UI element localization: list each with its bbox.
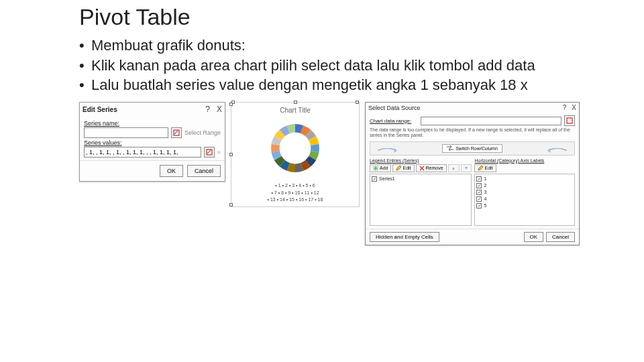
chart-data-range-input[interactable] xyxy=(421,117,561,125)
category-list[interactable]: ✓1✓2✓3✓4✓5 xyxy=(474,174,575,226)
slide-title: Pivot Table xyxy=(79,4,644,30)
hidden-empty-cells-button[interactable]: Hidden and Empty Cells xyxy=(370,232,439,242)
move-down-button: ▼ xyxy=(461,164,472,172)
series-values-input[interactable] xyxy=(84,147,201,158)
range-note: The data range is too complex to be disp… xyxy=(370,127,575,139)
select-data-source-dialog: Select Data Source ? X Chart data range:… xyxy=(365,102,580,245)
list-item[interactable]: ✓2 xyxy=(476,182,573,189)
checkbox-icon[interactable]: ✓ xyxy=(476,176,482,182)
list-item[interactable]: ✓3 xyxy=(476,189,573,196)
range-picker-icon[interactable] xyxy=(204,147,215,158)
legend-entries-header: Legend Entries (Series) xyxy=(370,158,472,163)
bullet-item: Lalu buatlah series value dengan mengeti… xyxy=(79,75,644,95)
checkbox-icon[interactable]: ✓ xyxy=(476,183,482,188)
cancel-button[interactable]: Cancel xyxy=(187,165,221,177)
list-item[interactable]: ✓1 xyxy=(476,176,573,182)
checkbox-icon[interactable]: ✓ xyxy=(476,196,482,202)
svg-rect-0 xyxy=(174,130,179,135)
series-values-hint: = xyxy=(217,149,221,156)
donut-chart xyxy=(234,118,356,178)
edit-button[interactable]: Edit xyxy=(392,164,414,172)
move-up-button: ▲ xyxy=(448,164,460,172)
checkbox-icon[interactable]: ✓ xyxy=(476,190,482,195)
list-item[interactable]: ✓Series1 xyxy=(372,176,470,182)
list-item[interactable]: ✓4 xyxy=(476,196,573,202)
series-values-label: Series values: xyxy=(84,139,221,146)
range-picker-icon[interactable] xyxy=(564,115,575,126)
add-button[interactable]: Add xyxy=(370,164,391,172)
remove-button[interactable]: Remove xyxy=(416,164,447,172)
ok-button[interactable]: OK xyxy=(160,165,183,177)
legend-row: • 7 • 8 • 9 • 10 • 11 • 12 xyxy=(234,190,356,197)
list-item[interactable]: ✓5 xyxy=(476,202,573,209)
close-icon[interactable]: X xyxy=(572,104,576,111)
switch-icon xyxy=(447,145,453,152)
series-name-hint: Select Range xyxy=(184,129,221,136)
chart-legend: • 1 • 2 • 3 • 4 • 5 • 6 • 7 • 8 • 9 • 10… xyxy=(234,182,356,204)
chart-title: Chart Title xyxy=(234,107,356,114)
checkbox-icon[interactable]: ✓ xyxy=(372,176,377,182)
checkbox-icon[interactable]: ✓ xyxy=(476,203,482,208)
chart-data-range-label: Chart data range: xyxy=(370,118,418,124)
add-icon xyxy=(373,166,378,171)
legend-row: • 13 • 14 • 15 • 16 • 17 • 18 xyxy=(234,196,356,204)
edit-icon xyxy=(396,166,401,171)
remove-icon xyxy=(419,166,425,171)
dialog-title: Select Data Source xyxy=(368,105,421,111)
close-icon[interactable]: X xyxy=(217,105,222,114)
bullet-item: Membuat grafik donuts: xyxy=(79,36,644,56)
cancel-button[interactable]: Cancel xyxy=(546,232,575,242)
legend-row: • 1 • 2 • 3 • 4 • 5 • 6 xyxy=(234,182,356,190)
series-name-input[interactable] xyxy=(84,127,168,138)
svg-rect-2 xyxy=(567,118,572,123)
bullet-list: Membuat grafik donuts: Klik kanan pada a… xyxy=(79,36,644,95)
dialog-title: Edit Series xyxy=(83,106,117,113)
chart-preview[interactable]: Chart Title • 1 • 2 • 3 • 4 • 5 • 6 • 7 … xyxy=(231,102,360,207)
switch-row-column-button[interactable]: Switch Row/Column xyxy=(442,144,502,153)
bullet-item: Klik kanan pada area chart pilih select … xyxy=(79,56,644,76)
switch-label: Switch Row/Column xyxy=(455,146,498,151)
chevron-up-icon: ▲ xyxy=(451,166,456,170)
chevron-down-icon: ▼ xyxy=(464,166,469,170)
help-icon[interactable]: ? xyxy=(563,104,567,111)
series-list[interactable]: ✓Series1 xyxy=(370,174,472,226)
edit-series-dialog: Edit Series ? X Series name: Select Rang… xyxy=(79,102,225,182)
range-picker-icon[interactable] xyxy=(171,127,182,138)
edit-axis-button[interactable]: Edit xyxy=(474,164,496,172)
help-icon[interactable]: ? xyxy=(205,105,210,114)
axis-labels-header: Horizontal (Category) Axis Labels xyxy=(474,158,575,163)
edit-icon xyxy=(478,166,483,171)
series-name-label: Series name: xyxy=(84,120,221,127)
ok-button[interactable]: OK xyxy=(524,232,544,242)
svg-rect-1 xyxy=(207,149,212,155)
